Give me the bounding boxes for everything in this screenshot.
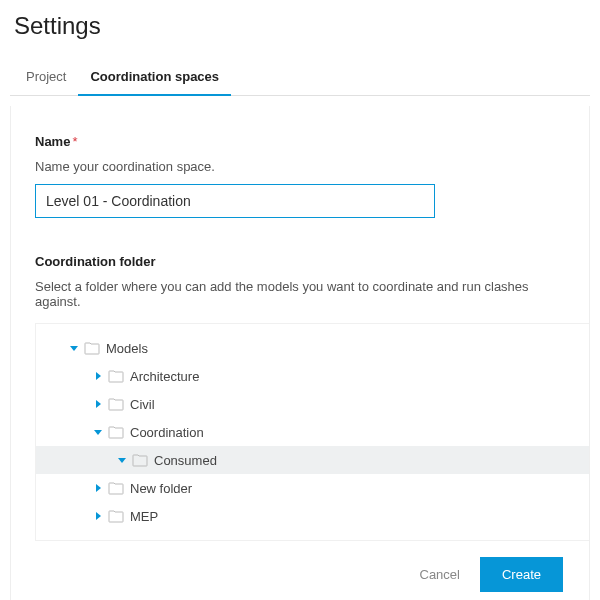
folder-icon <box>84 341 100 355</box>
dialog-actions: Cancel Create <box>35 557 565 592</box>
folder-description: Select a folder where you can add the mo… <box>35 279 565 309</box>
create-button[interactable]: Create <box>480 557 563 592</box>
settings-panel: Name* Name your coordination space. Coor… <box>10 106 590 600</box>
cancel-button[interactable]: Cancel <box>414 559 466 590</box>
caret-right-icon <box>92 370 104 382</box>
tree-item-consumed[interactable]: Consumed <box>36 446 589 474</box>
tree-item-label: Civil <box>130 397 155 412</box>
tree-item-label: Coordination <box>130 425 204 440</box>
folder-label: Coordination folder <box>35 254 565 269</box>
page-title: Settings <box>10 12 590 40</box>
folder-icon <box>108 481 124 495</box>
tab-coordination-spaces[interactable]: Coordination spaces <box>78 61 231 96</box>
required-indicator: * <box>72 134 77 149</box>
name-section: Name* Name your coordination space. <box>35 134 565 218</box>
tree-item-new-folder[interactable]: New folder <box>36 474 589 502</box>
caret-right-icon <box>92 398 104 410</box>
folder-section: Coordination folder Select a folder wher… <box>35 254 565 541</box>
folder-icon <box>108 425 124 439</box>
name-description: Name your coordination space. <box>35 159 565 174</box>
tree-item-label: New folder <box>130 481 192 496</box>
caret-right-icon <box>92 510 104 522</box>
tree-item-label: Models <box>106 341 148 356</box>
tabs: Project Coordination spaces <box>10 60 590 96</box>
tree-item-label: Consumed <box>154 453 217 468</box>
tree-item-mep[interactable]: MEP <box>36 502 589 530</box>
name-label: Name <box>35 134 70 149</box>
folder-icon <box>108 509 124 523</box>
caret-right-icon <box>92 482 104 494</box>
folder-tree: Models Architecture <box>35 323 589 541</box>
tree-item-label: Architecture <box>130 369 199 384</box>
folder-icon <box>108 369 124 383</box>
caret-down-icon <box>92 426 104 438</box>
tree-item-label: MEP <box>130 509 158 524</box>
tree-item-civil[interactable]: Civil <box>36 390 589 418</box>
tree-item-coordination[interactable]: Coordination <box>36 418 589 446</box>
caret-down-icon <box>68 342 80 354</box>
caret-down-icon <box>116 454 128 466</box>
name-input[interactable] <box>35 184 435 218</box>
tab-project[interactable]: Project <box>14 61 78 96</box>
tree-item-models[interactable]: Models <box>36 334 589 362</box>
tree-item-architecture[interactable]: Architecture <box>36 362 589 390</box>
folder-icon <box>108 397 124 411</box>
folder-icon <box>132 453 148 467</box>
